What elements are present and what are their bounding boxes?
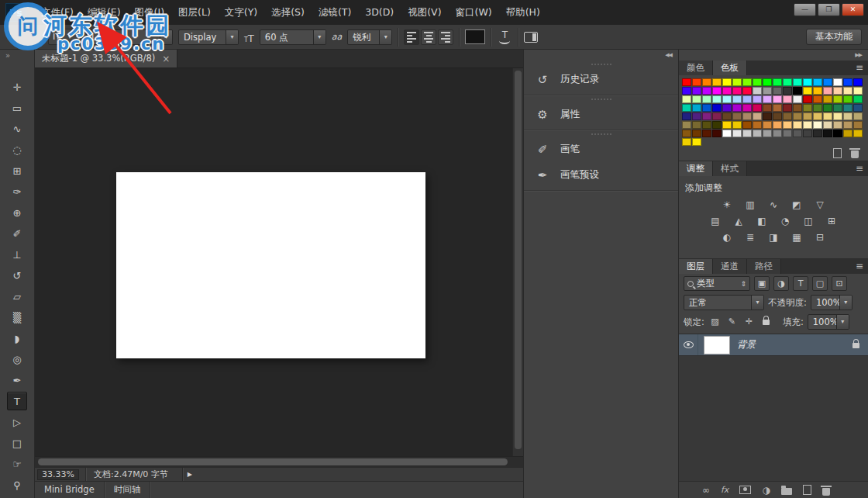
swatch[interactable] <box>732 130 742 137</box>
swatch[interactable] <box>712 87 722 95</box>
swatch[interactable] <box>803 87 812 95</box>
eyedropper-tool[interactable]: ✑ <box>7 182 27 201</box>
swatch[interactable] <box>783 121 792 129</box>
swatch[interactable] <box>793 95 802 103</box>
font-style-select[interactable]: Display ▾ <box>178 29 239 45</box>
lasso-tool[interactable]: ∿ <box>7 119 27 138</box>
swatch[interactable] <box>813 112 822 120</box>
levels-icon[interactable]: ▥ <box>742 199 759 212</box>
panel-menu-icon[interactable]: ≡ <box>851 259 868 274</box>
swatch[interactable] <box>702 121 711 129</box>
threshold-icon[interactable]: ◨ <box>766 231 782 244</box>
color-balance-icon[interactable]: ◭ <box>731 215 747 228</box>
hand-tool[interactable]: ☞ <box>7 455 27 473</box>
menu-edit[interactable]: 编辑(E) <box>81 0 128 25</box>
swatch[interactable] <box>763 78 772 86</box>
swatch[interactable] <box>763 112 772 120</box>
swatch[interactable] <box>712 130 722 137</box>
eraser-tool[interactable]: ▱ <box>7 287 27 306</box>
swatch[interactable] <box>742 87 752 95</box>
swatch[interactable] <box>732 87 742 95</box>
swatch[interactable] <box>823 130 832 137</box>
chevron-down-icon[interactable]: ▾ <box>751 296 763 310</box>
vertical-scrollbar[interactable] <box>512 68 523 456</box>
swatch[interactable] <box>813 87 822 95</box>
swatch[interactable] <box>833 130 842 137</box>
swatch[interactable] <box>712 121 722 129</box>
menu-3d[interactable]: 3D(D) <box>358 0 401 25</box>
path-selection-tool[interactable]: ▷ <box>7 413 27 431</box>
collapse-panels-icon[interactable]: ▶▶ <box>855 52 862 58</box>
swatch[interactable] <box>793 104 802 112</box>
swatch[interactable] <box>732 112 742 120</box>
smart-object-filter-icon[interactable]: ⊡ <box>832 276 847 291</box>
history-brush-tool[interactable]: ↺ <box>7 266 27 285</box>
swatch[interactable] <box>853 121 863 129</box>
swatch[interactable] <box>763 121 772 129</box>
swatch[interactable] <box>843 87 852 95</box>
new-swatch-icon[interactable] <box>833 148 842 158</box>
layer-row-background[interactable]: 背景 <box>679 334 868 356</box>
swatch[interactable] <box>833 104 842 112</box>
swatch[interactable] <box>773 130 782 137</box>
swatch[interactable] <box>692 104 701 112</box>
swatch[interactable] <box>833 87 842 95</box>
swatch[interactable] <box>732 121 742 129</box>
swatch[interactable] <box>773 112 782 120</box>
swatch[interactable] <box>843 78 852 86</box>
history-panel-button[interactable]: ↺ 历史记录 <box>524 67 678 92</box>
swatch[interactable] <box>843 104 852 112</box>
swatch[interactable] <box>793 130 802 137</box>
document-tab[interactable]: 未标题-1 @ 33.3%(RGB/8) × <box>35 50 177 67</box>
zoom-level-field[interactable]: 33.33% <box>37 469 79 480</box>
vibrance-icon[interactable]: ▽ <box>812 199 828 212</box>
menu-select[interactable]: 选择(S) <box>264 0 312 25</box>
minimize-button[interactable]: — <box>794 3 816 16</box>
swatch[interactable] <box>833 121 842 129</box>
exposure-icon[interactable]: ◩ <box>789 199 805 212</box>
swatch[interactable] <box>742 104 752 112</box>
chevron-down-icon[interactable]: ▾ <box>160 30 172 44</box>
black-white-icon[interactable]: ◧ <box>754 215 770 228</box>
blend-mode-select[interactable]: 正常 ▾ <box>684 295 764 310</box>
swatch[interactable] <box>853 112 863 120</box>
swatch[interactable] <box>732 78 742 86</box>
type-layer-filter-icon[interactable]: T <box>793 276 808 291</box>
swatch[interactable] <box>803 95 812 103</box>
swatch[interactable] <box>763 130 772 137</box>
chevron-down-icon[interactable]: ▾ <box>313 30 326 44</box>
blur-tool[interactable]: ◗ <box>7 329 27 348</box>
swatch[interactable] <box>843 130 852 137</box>
swatch[interactable] <box>783 130 792 137</box>
brush-tool[interactable]: ✐ <box>7 224 27 243</box>
swatch[interactable] <box>803 78 812 86</box>
swatch[interactable] <box>682 78 691 86</box>
tool-preset-picker[interactable]: IT ▾ <box>48 29 81 45</box>
swatch[interactable] <box>712 78 722 86</box>
swatch[interactable] <box>722 121 732 129</box>
chevron-down-icon[interactable]: ▾ <box>379 30 391 44</box>
swatch[interactable] <box>763 95 772 103</box>
timeline-button[interactable]: 时间轴 <box>105 482 151 498</box>
adjustment-layer-filter-icon[interactable]: ◑ <box>773 276 789 291</box>
delete-layer-icon[interactable] <box>822 488 830 496</box>
horizontal-scrollbar-thumb[interactable] <box>38 458 508 465</box>
menu-help[interactable]: 帮助(H) <box>499 0 547 25</box>
swatch[interactable] <box>682 95 691 103</box>
swatch[interactable] <box>793 78 802 86</box>
swatch[interactable] <box>773 87 782 95</box>
swatch[interactable] <box>793 121 802 129</box>
swatch[interactable] <box>853 78 863 86</box>
status-flyout-icon[interactable]: ▶ <box>183 471 197 478</box>
delete-swatch-icon[interactable] <box>851 150 859 158</box>
visibility-cell[interactable] <box>679 334 698 355</box>
opacity-select[interactable]: 100% ▾ <box>811 295 852 310</box>
swatch[interactable] <box>803 130 812 137</box>
swatch[interactable] <box>783 104 792 112</box>
swatch[interactable] <box>702 87 711 95</box>
swatch[interactable] <box>702 112 711 120</box>
menu-type[interactable]: 文字(Y) <box>218 0 264 25</box>
swatch[interactable] <box>742 130 752 137</box>
align-right-button[interactable] <box>438 29 453 45</box>
swatch[interactable] <box>783 87 792 95</box>
